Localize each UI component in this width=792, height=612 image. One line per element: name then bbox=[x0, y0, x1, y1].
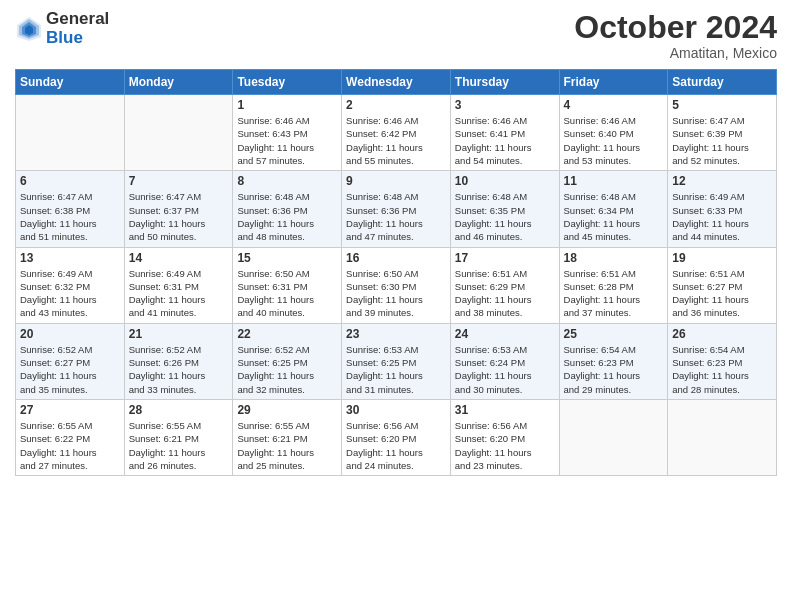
day-number: 11 bbox=[564, 174, 664, 188]
logo-blue-text: Blue bbox=[46, 29, 109, 48]
day-number: 29 bbox=[237, 403, 337, 417]
day-number: 28 bbox=[129, 403, 229, 417]
calendar-page: General Blue October 2024 Amatitan, Mexi… bbox=[0, 0, 792, 612]
weekday-header-row: Sunday Monday Tuesday Wednesday Thursday… bbox=[16, 70, 777, 95]
day-info: Sunrise: 6:48 AMSunset: 6:36 PMDaylight:… bbox=[346, 190, 446, 243]
table-row: 6Sunrise: 6:47 AMSunset: 6:38 PMDaylight… bbox=[16, 171, 125, 247]
day-info: Sunrise: 6:46 AMSunset: 6:43 PMDaylight:… bbox=[237, 114, 337, 167]
day-number: 22 bbox=[237, 327, 337, 341]
day-info: Sunrise: 6:56 AMSunset: 6:20 PMDaylight:… bbox=[346, 419, 446, 472]
day-number: 8 bbox=[237, 174, 337, 188]
table-row: 23Sunrise: 6:53 AMSunset: 6:25 PMDayligh… bbox=[342, 323, 451, 399]
day-info: Sunrise: 6:49 AMSunset: 6:33 PMDaylight:… bbox=[672, 190, 772, 243]
day-number: 1 bbox=[237, 98, 337, 112]
table-row: 17Sunrise: 6:51 AMSunset: 6:29 PMDayligh… bbox=[450, 247, 559, 323]
day-info: Sunrise: 6:50 AMSunset: 6:31 PMDaylight:… bbox=[237, 267, 337, 320]
day-number: 23 bbox=[346, 327, 446, 341]
table-row: 21Sunrise: 6:52 AMSunset: 6:26 PMDayligh… bbox=[124, 323, 233, 399]
table-row: 2Sunrise: 6:46 AMSunset: 6:42 PMDaylight… bbox=[342, 95, 451, 171]
table-row: 7Sunrise: 6:47 AMSunset: 6:37 PMDaylight… bbox=[124, 171, 233, 247]
table-row bbox=[124, 95, 233, 171]
table-row bbox=[559, 399, 668, 475]
table-row: 5Sunrise: 6:47 AMSunset: 6:39 PMDaylight… bbox=[668, 95, 777, 171]
header: General Blue October 2024 Amatitan, Mexi… bbox=[15, 10, 777, 61]
table-row: 24Sunrise: 6:53 AMSunset: 6:24 PMDayligh… bbox=[450, 323, 559, 399]
header-monday: Monday bbox=[124, 70, 233, 95]
table-row: 8Sunrise: 6:48 AMSunset: 6:36 PMDaylight… bbox=[233, 171, 342, 247]
day-number: 2 bbox=[346, 98, 446, 112]
table-row: 3Sunrise: 6:46 AMSunset: 6:41 PMDaylight… bbox=[450, 95, 559, 171]
day-number: 20 bbox=[20, 327, 120, 341]
calendar-week-row: 20Sunrise: 6:52 AMSunset: 6:27 PMDayligh… bbox=[16, 323, 777, 399]
day-info: Sunrise: 6:51 AMSunset: 6:29 PMDaylight:… bbox=[455, 267, 555, 320]
day-number: 24 bbox=[455, 327, 555, 341]
header-tuesday: Tuesday bbox=[233, 70, 342, 95]
day-info: Sunrise: 6:55 AMSunset: 6:21 PMDaylight:… bbox=[129, 419, 229, 472]
day-info: Sunrise: 6:50 AMSunset: 6:30 PMDaylight:… bbox=[346, 267, 446, 320]
day-info: Sunrise: 6:48 AMSunset: 6:36 PMDaylight:… bbox=[237, 190, 337, 243]
table-row bbox=[668, 399, 777, 475]
day-info: Sunrise: 6:52 AMSunset: 6:27 PMDaylight:… bbox=[20, 343, 120, 396]
table-row: 14Sunrise: 6:49 AMSunset: 6:31 PMDayligh… bbox=[124, 247, 233, 323]
table-row: 16Sunrise: 6:50 AMSunset: 6:30 PMDayligh… bbox=[342, 247, 451, 323]
header-saturday: Saturday bbox=[668, 70, 777, 95]
table-row: 25Sunrise: 6:54 AMSunset: 6:23 PMDayligh… bbox=[559, 323, 668, 399]
day-number: 3 bbox=[455, 98, 555, 112]
calendar-week-row: 27Sunrise: 6:55 AMSunset: 6:22 PMDayligh… bbox=[16, 399, 777, 475]
day-number: 19 bbox=[672, 251, 772, 265]
day-info: Sunrise: 6:55 AMSunset: 6:21 PMDaylight:… bbox=[237, 419, 337, 472]
table-row: 28Sunrise: 6:55 AMSunset: 6:21 PMDayligh… bbox=[124, 399, 233, 475]
calendar-table: Sunday Monday Tuesday Wednesday Thursday… bbox=[15, 69, 777, 476]
day-info: Sunrise: 6:56 AMSunset: 6:20 PMDaylight:… bbox=[455, 419, 555, 472]
day-info: Sunrise: 6:48 AMSunset: 6:35 PMDaylight:… bbox=[455, 190, 555, 243]
table-row: 9Sunrise: 6:48 AMSunset: 6:36 PMDaylight… bbox=[342, 171, 451, 247]
logo-general-text: General bbox=[46, 10, 109, 29]
day-info: Sunrise: 6:46 AMSunset: 6:40 PMDaylight:… bbox=[564, 114, 664, 167]
table-row: 4Sunrise: 6:46 AMSunset: 6:40 PMDaylight… bbox=[559, 95, 668, 171]
table-row: 20Sunrise: 6:52 AMSunset: 6:27 PMDayligh… bbox=[16, 323, 125, 399]
day-number: 6 bbox=[20, 174, 120, 188]
day-info: Sunrise: 6:51 AMSunset: 6:27 PMDaylight:… bbox=[672, 267, 772, 320]
title-block: October 2024 Amatitan, Mexico bbox=[574, 10, 777, 61]
day-number: 31 bbox=[455, 403, 555, 417]
day-number: 7 bbox=[129, 174, 229, 188]
day-number: 15 bbox=[237, 251, 337, 265]
day-info: Sunrise: 6:52 AMSunset: 6:25 PMDaylight:… bbox=[237, 343, 337, 396]
day-info: Sunrise: 6:54 AMSunset: 6:23 PMDaylight:… bbox=[564, 343, 664, 396]
day-info: Sunrise: 6:46 AMSunset: 6:41 PMDaylight:… bbox=[455, 114, 555, 167]
table-row: 13Sunrise: 6:49 AMSunset: 6:32 PMDayligh… bbox=[16, 247, 125, 323]
table-row: 1Sunrise: 6:46 AMSunset: 6:43 PMDaylight… bbox=[233, 95, 342, 171]
day-info: Sunrise: 6:49 AMSunset: 6:32 PMDaylight:… bbox=[20, 267, 120, 320]
table-row: 27Sunrise: 6:55 AMSunset: 6:22 PMDayligh… bbox=[16, 399, 125, 475]
day-number: 16 bbox=[346, 251, 446, 265]
table-row: 22Sunrise: 6:52 AMSunset: 6:25 PMDayligh… bbox=[233, 323, 342, 399]
table-row: 12Sunrise: 6:49 AMSunset: 6:33 PMDayligh… bbox=[668, 171, 777, 247]
header-friday: Friday bbox=[559, 70, 668, 95]
day-number: 26 bbox=[672, 327, 772, 341]
day-number: 30 bbox=[346, 403, 446, 417]
day-info: Sunrise: 6:47 AMSunset: 6:39 PMDaylight:… bbox=[672, 114, 772, 167]
day-number: 17 bbox=[455, 251, 555, 265]
table-row: 30Sunrise: 6:56 AMSunset: 6:20 PMDayligh… bbox=[342, 399, 451, 475]
table-row: 11Sunrise: 6:48 AMSunset: 6:34 PMDayligh… bbox=[559, 171, 668, 247]
day-number: 27 bbox=[20, 403, 120, 417]
header-wednesday: Wednesday bbox=[342, 70, 451, 95]
day-number: 21 bbox=[129, 327, 229, 341]
day-number: 14 bbox=[129, 251, 229, 265]
table-row: 26Sunrise: 6:54 AMSunset: 6:23 PMDayligh… bbox=[668, 323, 777, 399]
day-info: Sunrise: 6:54 AMSunset: 6:23 PMDaylight:… bbox=[672, 343, 772, 396]
day-info: Sunrise: 6:53 AMSunset: 6:25 PMDaylight:… bbox=[346, 343, 446, 396]
day-number: 4 bbox=[564, 98, 664, 112]
month-title: October 2024 bbox=[574, 10, 777, 45]
logo-icon bbox=[15, 15, 43, 43]
day-info: Sunrise: 6:46 AMSunset: 6:42 PMDaylight:… bbox=[346, 114, 446, 167]
table-row: 15Sunrise: 6:50 AMSunset: 6:31 PMDayligh… bbox=[233, 247, 342, 323]
day-number: 12 bbox=[672, 174, 772, 188]
table-row: 18Sunrise: 6:51 AMSunset: 6:28 PMDayligh… bbox=[559, 247, 668, 323]
calendar-week-row: 1Sunrise: 6:46 AMSunset: 6:43 PMDaylight… bbox=[16, 95, 777, 171]
day-number: 5 bbox=[672, 98, 772, 112]
day-info: Sunrise: 6:49 AMSunset: 6:31 PMDaylight:… bbox=[129, 267, 229, 320]
day-number: 25 bbox=[564, 327, 664, 341]
table-row: 19Sunrise: 6:51 AMSunset: 6:27 PMDayligh… bbox=[668, 247, 777, 323]
day-number: 10 bbox=[455, 174, 555, 188]
